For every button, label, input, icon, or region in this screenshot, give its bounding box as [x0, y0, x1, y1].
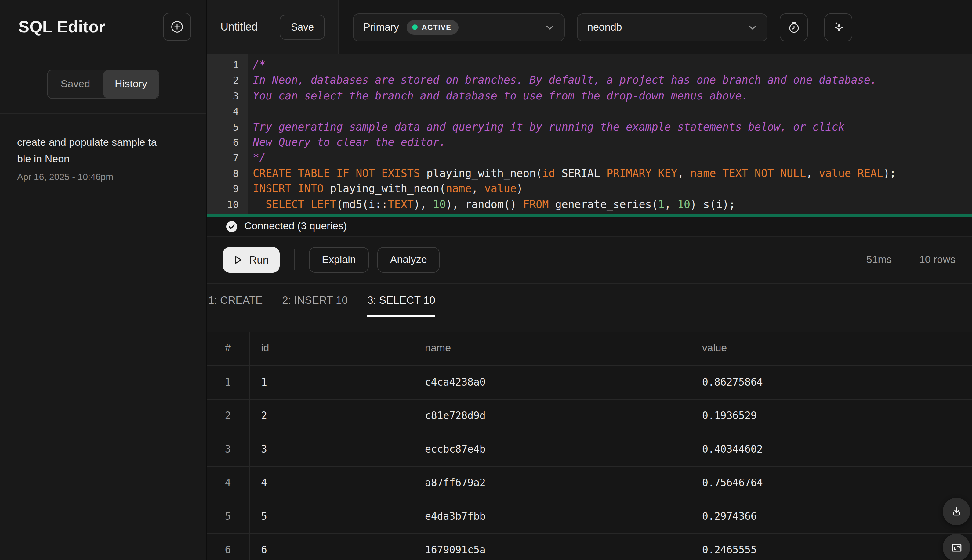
active-dot-icon [412, 24, 417, 30]
history-item[interactable]: create and populate sample table in Neon… [0, 114, 206, 182]
expand-results-button[interactable] [943, 534, 970, 560]
line-number: 6 [207, 135, 248, 150]
data-cell: 0.75646764 [691, 466, 972, 500]
data-cell: 0.1936529 [691, 399, 972, 433]
line-number: 10 [207, 197, 248, 212]
code-text: */ [248, 150, 266, 166]
line-number: 5 [207, 119, 248, 135]
line-number: 7 [207, 150, 248, 166]
ai-assist-button[interactable] [824, 13, 852, 41]
actionbar-divider [294, 250, 295, 270]
chevron-down-icon [545, 22, 554, 33]
query-row-count: 10 rows [919, 254, 955, 266]
sql-editor[interactable]: 1/*2In Neon, databases are stored on bra… [207, 54, 972, 217]
table-row: 55e4da3b7fbb0.2974366 [207, 500, 972, 533]
column-header-value: value [691, 332, 972, 365]
branch-select-value: Primary [363, 21, 399, 33]
editor-lines: 1/*2In Neon, databases are stored on bra… [207, 54, 972, 212]
column-header-name: name [413, 332, 691, 365]
expand-icon [950, 541, 963, 554]
data-cell: 1679091c5a [413, 533, 691, 560]
explain-button[interactable]: Explain [309, 247, 369, 273]
code-line: 2In Neon, databases are stored on branch… [207, 73, 972, 88]
row-index-cell: 4 [207, 466, 249, 500]
table-row: 33eccbc87e4b0.40344602 [207, 433, 972, 466]
data-cell: 0.2974366 [691, 500, 972, 533]
data-cell: 0.86275864 [691, 365, 972, 399]
results-table: #idnamevalue 11c4ca4238a00.8627586422c81… [207, 332, 972, 560]
result-tab-2[interactable]: 2: INSERT 10 [282, 284, 348, 317]
data-cell: eccbc87e4b [413, 433, 691, 466]
stopwatch-icon [787, 20, 801, 34]
results-fab-group [943, 498, 970, 560]
code-line: 10 SELECT LEFT(md5(i::TEXT), 10), random… [207, 197, 972, 212]
database-select-value: neondb [587, 21, 622, 33]
code-line: 1/* [207, 57, 972, 73]
query-metrics: 51ms 10 rows [867, 254, 955, 266]
new-query-button[interactable] [163, 13, 191, 41]
data-cell: a87ff679a2 [413, 466, 691, 500]
main-panel: Untitled Save Primary ACTIVE neondb [207, 0, 972, 560]
table-row: 661679091c5a0.2465555 [207, 533, 972, 560]
query-title: Untitled [221, 21, 258, 33]
code-text: You can select the branch and database t… [248, 88, 748, 104]
branch-status-badge: ACTIVE [407, 20, 459, 35]
data-cell: 6 [249, 533, 413, 560]
query-duration: 51ms [867, 254, 892, 266]
analyze-button[interactable]: Analyze [377, 247, 440, 273]
check-circle-icon [226, 220, 238, 232]
query-timing-button[interactable] [780, 13, 808, 41]
table-row: 44a87ff679a20.75646764 [207, 466, 972, 500]
code-text: Try generating sample data and querying … [248, 119, 845, 135]
code-text: CREATE TABLE IF NOT EXISTS playing_with_… [248, 166, 896, 182]
topbar-divider [816, 18, 816, 36]
chevron-down-icon [748, 22, 757, 33]
result-tab-3[interactable]: 3: SELECT 10 [367, 284, 435, 317]
actionbar: Run Explain Analyze 51ms 10 rows [207, 237, 972, 284]
column-header-index: # [207, 332, 249, 365]
history-list: create and populate sample table in Neon… [0, 114, 206, 182]
code-line: 6New Query to clear the editor. [207, 135, 972, 150]
tab-history[interactable]: History [103, 70, 159, 98]
table-header-row: #idnamevalue [207, 332, 972, 365]
sparkle-icon [831, 20, 845, 34]
line-number: 9 [207, 182, 248, 197]
code-text: In Neon, databases are stored on branche… [248, 73, 877, 88]
line-number: 4 [207, 104, 248, 119]
page-title: SQL Editor [18, 17, 105, 36]
data-cell: 4 [249, 466, 413, 500]
plus-circle-icon [171, 20, 184, 33]
code-text: New Query to clear the editor. [248, 135, 446, 150]
history-item-timestamp: Apr 16, 2025 - 10:46pm [17, 172, 189, 182]
code-text: INSERT INTO playing_with_neon(name, valu… [248, 182, 523, 197]
code-text: /* [248, 57, 266, 73]
save-button[interactable]: Save [280, 15, 325, 40]
code-line: 7*/ [207, 150, 972, 166]
data-cell: 1 [249, 365, 413, 399]
topbar: Untitled Save Primary ACTIVE neondb [207, 0, 972, 54]
query-tab: Untitled Save [207, 0, 339, 54]
sidebar-tabs: Saved History [0, 54, 206, 114]
code-line: 5Try generating sample data and querying… [207, 119, 972, 135]
branch-select[interactable]: Primary ACTIVE [353, 13, 565, 41]
results-panel: #idnamevalue 11c4ca4238a00.8627586422c81… [207, 332, 972, 560]
sidebar: SQL Editor Saved History create and popu… [0, 0, 207, 560]
line-number: 2 [207, 73, 248, 88]
download-results-button[interactable] [943, 498, 970, 525]
run-button[interactable]: Run [223, 247, 279, 273]
code-line: 3You can select the branch and database … [207, 88, 972, 104]
data-cell: 0.2465555 [691, 533, 972, 560]
row-index-cell: 6 [207, 533, 249, 560]
sidebar-header: SQL Editor [0, 0, 206, 54]
row-index-cell: 1 [207, 365, 249, 399]
database-select[interactable]: neondb [577, 13, 768, 41]
play-icon [231, 254, 244, 266]
code-text: SELECT LEFT(md5(i::TEXT), 10), random() … [248, 197, 735, 212]
line-number: 3 [207, 88, 248, 104]
data-cell: c4ca4238a0 [413, 365, 691, 399]
code-text [248, 104, 253, 119]
code-line: 4 [207, 104, 972, 119]
tab-saved[interactable]: Saved [48, 70, 103, 98]
result-tab-1[interactable]: 1: CREATE [208, 284, 263, 317]
row-index-cell: 3 [207, 433, 249, 466]
